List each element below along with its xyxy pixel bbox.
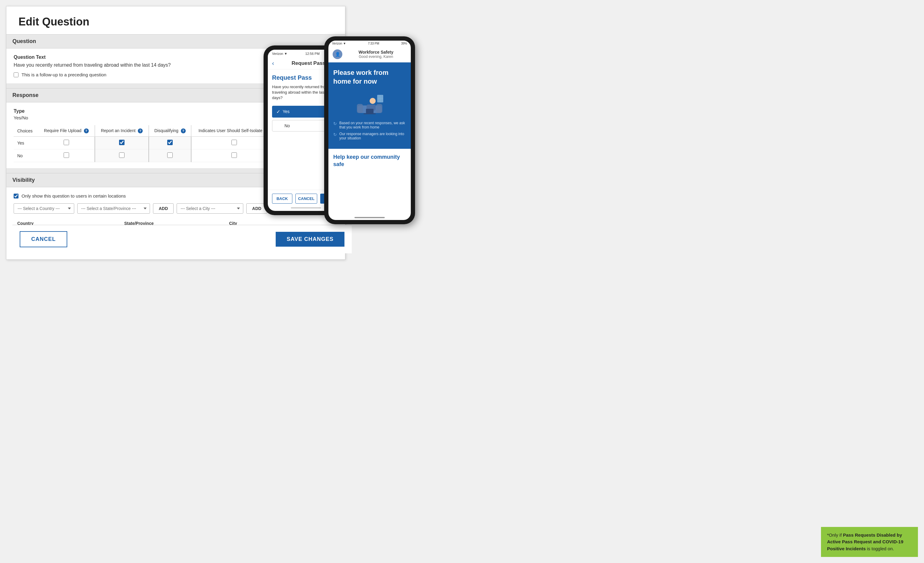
page-title: Edit Question: [6, 6, 345, 34]
no-disqualifying-cell: [149, 149, 191, 162]
card-blue-title: Please work from home for now: [333, 69, 406, 86]
phone-2-time: 7:33 PM: [368, 42, 379, 45]
phone-1-home-indicator: [291, 207, 321, 209]
add-state-button[interactable]: ADD: [153, 203, 174, 214]
city-select[interactable]: --- Select a City ---: [177, 203, 243, 214]
location-checkbox[interactable]: [14, 194, 18, 198]
phone-2-carrier: Verizon ▼: [332, 42, 346, 45]
svg-point-3: [370, 98, 376, 104]
col-choices: Choices: [14, 125, 38, 137]
choice-no: No: [14, 149, 38, 162]
help-icon-incident[interactable]: ?: [138, 129, 143, 133]
no-disqualifying-checkbox[interactable]: [167, 152, 172, 158]
svg-rect-5: [366, 109, 374, 113]
no-report-incident-checkbox[interactable]: [119, 152, 124, 158]
bullet-2: ↻ Our response managers are looking into…: [333, 132, 406, 140]
svg-rect-6: [363, 113, 376, 114]
note-box: *Only if Pass Requests Disabled by Activ…: [821, 527, 918, 557]
phone-2-status-bar: Verizon ▼ 7:33 PM 39%: [328, 41, 411, 47]
note-text: *Only if Pass Requests Disabled by Activ…: [827, 532, 903, 551]
phone-back-button[interactable]: BACK: [272, 194, 292, 204]
yes-disqualifying-checkbox[interactable]: [167, 140, 172, 145]
bullet-1: ↻ Based on your recent responses, we ask…: [333, 121, 406, 129]
phone-cancel-button[interactable]: CANCEL: [296, 194, 317, 204]
followup-label: This is a follow-up to a preceding quest…: [21, 72, 106, 77]
col-disqualifying: Disqualifying ?: [149, 125, 191, 137]
state-select[interactable]: --- Select a State/Province ---: [77, 203, 150, 214]
card-work-from-home: Please work from home for now: [328, 62, 411, 149]
footer-bar: CANCEL SAVE CHANGES: [12, 225, 352, 253]
bullet-icon-1: ↻: [333, 121, 337, 126]
country-select[interactable]: --- Select a Country ---: [14, 203, 74, 214]
work-from-home-illustration: [354, 92, 385, 116]
no-report-incident-cell: [95, 149, 149, 162]
yes-disqualifying-cell: [149, 137, 191, 149]
avatar: 👤: [333, 50, 342, 59]
col-require-file: Require File Upload ?: [38, 125, 95, 137]
radio-dot-icon: [277, 123, 282, 128]
yes-require-file-cell: [38, 137, 95, 149]
illustration-area: [333, 92, 406, 116]
yes-report-incident-checkbox[interactable]: [119, 140, 124, 145]
choice-yes: Yes: [14, 137, 38, 149]
phone-1-carrier: Verizon ▼: [272, 52, 288, 56]
yes-require-file-checkbox[interactable]: [64, 140, 69, 145]
no-require-file-checkbox[interactable]: [64, 152, 69, 158]
phone-2-home-indicator: [354, 217, 385, 218]
phone-2-screen: Verizon ▼ 7:33 PM 39% 👤 Workforce Safety…: [328, 41, 411, 220]
yes-report-incident-cell: [95, 137, 149, 149]
phone-1-time: 12:56 PM: [305, 52, 320, 56]
yes-isolate-checkbox[interactable]: [231, 140, 237, 145]
svg-rect-2: [376, 104, 382, 113]
card-white-title: Help keep our community safe: [333, 154, 406, 168]
phone-2-app-name: Workforce Safety: [345, 50, 406, 54]
svg-rect-1: [357, 104, 363, 113]
help-icon-disqualifying[interactable]: ?: [181, 129, 186, 133]
help-icon-file[interactable]: ?: [84, 129, 89, 133]
phone-1-yes-label: Yes: [283, 109, 290, 114]
no-isolate-checkbox[interactable]: [231, 152, 237, 158]
phone-2-greeting: Good evening, Karen: [345, 54, 406, 59]
phone-2: Verizon ▼ 7:33 PM 39% 👤 Workforce Safety…: [324, 36, 415, 224]
phone-2-content: Please work from home for now: [328, 62, 411, 215]
phone-2-battery: 39%: [401, 42, 407, 45]
card-community-safe: Help keep our community safe: [328, 149, 411, 173]
bullet-icon-2: ↻: [333, 132, 337, 137]
phone-2-header: 👤 Workforce Safety Good evening, Karen: [328, 47, 411, 62]
followup-checkbox[interactable]: [14, 72, 18, 77]
phone-2-header-info: Workforce Safety Good evening, Karen: [345, 50, 406, 59]
location-label: Only show this question to users in cert…: [21, 193, 126, 198]
save-button[interactable]: SAVE CHANGES: [276, 232, 345, 247]
no-require-file-cell: [38, 149, 95, 162]
col-report-incident: Report an Incident ?: [95, 125, 149, 137]
phone-1-no-label: No: [285, 123, 290, 128]
checkmark-icon: ✓: [276, 109, 280, 114]
cancel-button[interactable]: CANCEL: [20, 231, 67, 247]
back-arrow-icon[interactable]: ‹: [272, 60, 274, 67]
